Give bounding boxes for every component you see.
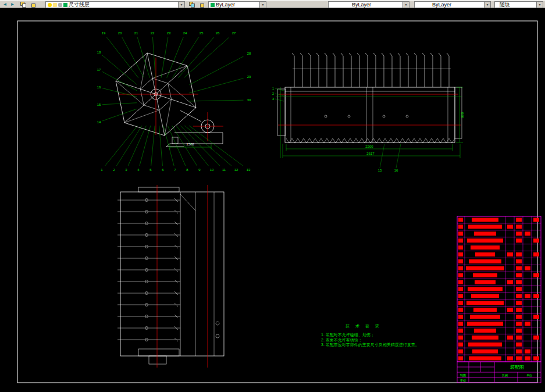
part-callout-number: 17 [97, 68, 101, 72]
bom-cell-text-block [516, 238, 522, 243]
bom-cell-text-block [472, 350, 498, 354]
dimension-label: 2617 [366, 152, 375, 155]
part-callout-number: 15 [97, 103, 101, 106]
part-callout-number: 23 [167, 31, 171, 35]
bom-cell-text-block [469, 259, 501, 263]
part-callout-number: 24 [183, 31, 187, 35]
part-callout-number: 19 [102, 31, 106, 35]
bom-cell-text-block [533, 336, 539, 340]
tech-requirement-item: 1. 装配时不允许磕碰、划伤； [321, 333, 419, 338]
drafter-label: 制图 [460, 373, 466, 377]
bom-cell-text-block [458, 308, 463, 312]
part-callout-number: 12 [234, 168, 238, 172]
bom-cell-text-block [516, 343, 522, 347]
bom-cell-text-block [467, 322, 503, 326]
bom-cell-text-block [516, 273, 522, 277]
chevron-down-icon[interactable]: ▼ [259, 2, 266, 8]
part-callout-number: 1 [272, 87, 274, 90]
bom-cell-text-block [525, 357, 530, 361]
lineweight-combo[interactable]: ByLayer ▼ [414, 1, 491, 8]
bom-cell-text-block [467, 238, 503, 243]
drawing-title: 装配图 [510, 365, 524, 370]
layer-name: 尺寸线层 [69, 2, 90, 8]
tech-requirement-item: 3. 装配前应对零部件的主要尺寸及相关精度进行复查。 [321, 343, 419, 348]
part-callout-number: 26 [216, 31, 220, 35]
part-callout-number: 22 [151, 31, 155, 35]
bom-cell-text-block [516, 266, 522, 270]
chevron-down-icon[interactable]: ▼ [484, 2, 490, 8]
bom-cell-text-block [533, 315, 539, 319]
part-callout-number: 18 [97, 51, 101, 54]
bom-cell-text-block [516, 350, 522, 354]
part-callout-number: 25 [200, 31, 204, 35]
bom-cell-text-block [525, 294, 530, 298]
part-callout-number: 16 [394, 169, 398, 172]
make-object-layer-current-icon[interactable] [188, 1, 196, 8]
bom-cell-text-block [474, 231, 496, 236]
bom-cell-text-block [507, 336, 513, 340]
bom-cell-text-block [458, 350, 463, 354]
bom-cell-text-block [468, 287, 503, 291]
bom-cell-text-block [525, 266, 530, 270]
dimension-label: 2200 [365, 145, 373, 148]
bom-cell-text-block [516, 315, 522, 319]
back-icon[interactable]: ◄ [1, 1, 9, 8]
bom-cell-text-block [516, 357, 522, 361]
bom-cell-text-block [469, 357, 501, 361]
bom-cell-text-block [458, 238, 463, 243]
lineweight-value: ByLayer [432, 2, 451, 8]
bom-cell-text-block [507, 308, 513, 312]
part-callout-number: 15 [378, 169, 382, 172]
part-callout-number: 16 [97, 85, 101, 89]
chevron-down-icon[interactable]: ▼ [536, 2, 543, 8]
bom-cell-text-block [516, 287, 522, 291]
layer-combo[interactable]: 尺寸线层 ▼ [45, 1, 185, 8]
bom-cell-text-block [470, 315, 500, 319]
chevron-down-icon[interactable]: ▼ [178, 2, 184, 8]
color-combo[interactable]: ByLayer ▼ [208, 1, 266, 8]
bom-cell-text-block [533, 294, 539, 298]
checker-label: 审核 [460, 379, 466, 382]
bom-cell-text-block [516, 280, 522, 284]
bom-cell-text-block [472, 218, 498, 222]
bom-cell-text-block [533, 357, 539, 361]
part-callout-number: 27 [232, 31, 236, 35]
bom-cell-text-block [458, 266, 463, 270]
layers-icon[interactable] [20, 1, 27, 8]
dimension-label: 990 [461, 112, 464, 118]
forward-icon[interactable]: ► [9, 1, 16, 8]
part-callout-number: 29 [247, 75, 251, 79]
bom-cell-text-block [471, 245, 500, 250]
bom-cell-text-block [475, 280, 496, 284]
tech-requirement-item: 2. 表面不允许有锈蚀； [321, 338, 419, 343]
bom-cell-text-block [458, 273, 463, 277]
bom-cell-text-block [458, 336, 463, 340]
bom-cell-text-block [458, 231, 463, 236]
chevron-down-icon[interactable]: ▼ [402, 2, 409, 8]
drawing-canvas[interactable]: 1500 19202122232425262728293018171615141… [0, 0, 545, 392]
bom-cell-text-block [525, 322, 530, 326]
bom-cell-text-block [468, 343, 502, 347]
bom-cell-text-block [466, 301, 504, 305]
linetype-value: ByLayer [352, 2, 371, 8]
bom-cell-text-block [533, 252, 539, 256]
bom-cell-text-block [516, 308, 522, 312]
bom-cell-text-block [473, 308, 497, 312]
part-callout-number: 2 [272, 92, 274, 95]
part-callout-number: 13 [247, 168, 251, 172]
current-color-swatch [211, 3, 215, 7]
bom-cell-text-block [516, 336, 522, 340]
bom-cell-text-block [507, 224, 513, 229]
part-callout-number: 28 [247, 52, 251, 55]
part-callout-number: 30 [247, 98, 251, 102]
layer-previous-icon[interactable] [198, 1, 205, 8]
bom-cell-text-block [525, 350, 530, 354]
bom-cell-text-block [473, 273, 497, 277]
plotstyle-combo[interactable]: 随块 ▼ [494, 1, 543, 8]
bom-cell-text-block [533, 238, 539, 243]
layer-properties-icon[interactable] [29, 1, 37, 8]
color-value: ByLayer [216, 2, 235, 8]
linetype-combo[interactable]: ByLayer ▼ [328, 1, 409, 8]
bom-cell-text-block [458, 343, 463, 347]
bom-cell-text-block [458, 252, 463, 256]
